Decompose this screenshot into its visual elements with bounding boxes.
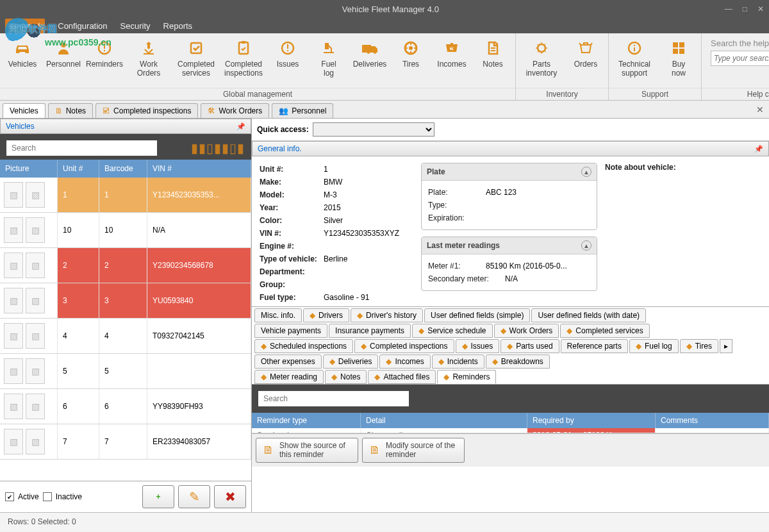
- tires-icon: [401, 38, 420, 58]
- minimize-icon[interactable]: —: [725, 4, 732, 13]
- menu-reports[interactable]: Reports: [163, 21, 193, 31]
- ribbon-tires[interactable]: Tires: [391, 37, 431, 87]
- subtab-driver-s-history[interactable]: ◆Driver's history: [351, 308, 423, 322]
- ribbon-notes[interactable]: Notes: [473, 37, 513, 87]
- ribbon-issues[interactable]: Issues: [268, 37, 308, 87]
- reminder-row[interactable]: Service due Change oil 2018-05-21 or 851…: [252, 428, 769, 433]
- tab-icon: ◆: [566, 326, 572, 335]
- vehicles-panel-title: Vehicles: [6, 122, 35, 131]
- ribbon-parts-inventory[interactable]: Partsinventory: [518, 37, 565, 87]
- ribbon-completed-inspections[interactable]: Completedinspections: [220, 37, 267, 87]
- subtab-attached-files[interactable]: ◆Attached files: [368, 370, 436, 384]
- subtab-breakdowns[interactable]: ◆Breakdowns: [486, 354, 550, 369]
- pin-icon[interactable]: 📌: [754, 145, 763, 153]
- help-search-input[interactable]: [711, 51, 769, 66]
- tab-notes[interactable]: 🗎Notes: [48, 103, 93, 118]
- ribbon-incomes[interactable]: $Incomes: [432, 37, 472, 87]
- subtab-meter-reading[interactable]: ◆Meter reading: [254, 370, 324, 384]
- completed-services-icon: [186, 38, 206, 58]
- table-row[interactable]: ▧▧ 3 3 YU0593840: [0, 283, 251, 319]
- subtab-service-schedule[interactable]: ◆Service schedule: [412, 324, 492, 338]
- subtab-work-orders[interactable]: ◆Work Orders: [494, 324, 559, 338]
- close-icon[interactable]: ✕: [757, 4, 764, 13]
- menu-configuration[interactable]: Configuration: [58, 21, 107, 31]
- subtab-deliveries[interactable]: ◆Deliveries: [323, 354, 379, 369]
- subtab-tires[interactable]: ◆Tires: [680, 339, 718, 353]
- meter-card: Last meter readings▲ Meter #1:85190 Km (…: [421, 237, 597, 291]
- collapse-icon[interactable]: ▲: [581, 240, 591, 251]
- reminders-search-input[interactable]: [258, 391, 409, 406]
- edit-button[interactable]: ✎: [178, 485, 210, 508]
- menu-security[interactable]: Security: [120, 21, 151, 31]
- ribbon-technical-support[interactable]: Technicalsupport: [611, 37, 657, 87]
- tab-work-orders[interactable]: 🛠Work Orders: [201, 103, 269, 118]
- tab-personnel[interactable]: 👥Personnel: [272, 103, 333, 118]
- vehicles-search-input[interactable]: [6, 140, 157, 156]
- thumbnail-icon: ▧: [4, 288, 23, 313]
- thumbnail-icon: ▧: [4, 182, 23, 208]
- document-icon: 🗎: [263, 442, 274, 458]
- ribbon-completed-services[interactable]: Completedservices: [173, 37, 219, 87]
- delete-button[interactable]: ✖: [214, 485, 246, 508]
- show-source-button[interactable]: 🗎 Show the source of this reminder: [256, 438, 358, 463]
- quick-access-select[interactable]: [313, 122, 434, 137]
- tab-icon: ◆: [636, 342, 641, 351]
- svg-rect-8: [324, 52, 334, 53]
- help-search-label: Search the help center: [711, 38, 769, 48]
- subtab-reference-parts[interactable]: Reference parts: [561, 339, 628, 353]
- table-row[interactable]: ▧▧ 6 6 YY98390FH93: [0, 389, 251, 424]
- add-button[interactable]: +: [142, 485, 174, 508]
- subtab-notes[interactable]: ◆Notes: [325, 370, 367, 384]
- deliveries-icon: [360, 38, 379, 58]
- tab-vehicles[interactable]: Vehicles: [3, 103, 45, 118]
- vehicles-panel: Vehicles📌 ▮▮▯▮▮▯▮ Picture Unit # Barcode…: [0, 119, 252, 512]
- tab-icon: ◆: [500, 326, 506, 335]
- ribbon-fuel-log[interactable]: Fuellog: [309, 37, 349, 87]
- ribbon-deliveries[interactable]: Deliveries: [350, 37, 390, 87]
- subtab-overflow-icon[interactable]: ▸: [720, 339, 732, 353]
- window-title: Vehicle Fleet Manager 4.0: [56, 4, 725, 14]
- tabs-close-icon[interactable]: ✕: [756, 104, 764, 115]
- subtab-parts-used[interactable]: ◆Parts used: [500, 339, 559, 353]
- ribbon-vehicles[interactable]: Vehicles: [3, 37, 42, 87]
- pin-icon[interactable]: 📌: [236, 122, 245, 131]
- ribbon-orders[interactable]: Orders: [566, 37, 606, 87]
- subtab-completed-inspections[interactable]: ◆Completed inspections: [354, 339, 454, 353]
- subtab-issues[interactable]: ◆Issues: [456, 339, 500, 353]
- table-row[interactable]: ▧▧ 5 5: [0, 354, 251, 389]
- table-row[interactable]: ▧▧ 2 2 Y2390234568678: [0, 248, 251, 283]
- buy-now-icon: [669, 38, 688, 58]
- subtab-vehicle-payments[interactable]: Vehicle payments: [254, 324, 327, 338]
- subtab-scheduled-inspections[interactable]: ◆Scheduled inspections: [254, 339, 353, 353]
- subtab-reminders[interactable]: ◆Reminders: [437, 370, 496, 384]
- tab-completed-inspections[interactable]: 🗹Completed inspections: [95, 103, 198, 118]
- ribbon-group-global: Global management: [0, 88, 515, 100]
- subtab-other-expenses[interactable]: Other expenses: [254, 354, 322, 369]
- subtab-completed-services[interactable]: ◆Completed services: [560, 324, 649, 338]
- subtab-drivers[interactable]: ◆Drivers: [303, 308, 349, 322]
- subtab-misc-info-[interactable]: Misc. info.: [254, 308, 302, 322]
- subtab-user-defined-fields-with-date-[interactable]: User defined fields (with date): [531, 308, 646, 322]
- subtab-fuel-log[interactable]: ◆Fuel log: [629, 339, 679, 353]
- maximize-icon[interactable]: □: [743, 4, 747, 13]
- barcode-icon[interactable]: ▮▮▯▮▮▯▮: [191, 140, 245, 156]
- ribbon-buy-now[interactable]: Buynow: [659, 37, 699, 87]
- subtab-incidents[interactable]: ◆Incidents: [432, 354, 484, 369]
- subtab-incomes[interactable]: ◆Incomes: [379, 354, 430, 369]
- subtab-insurance-payments[interactable]: Insurance payments: [329, 324, 411, 338]
- subtab-user-defined-fields-simple-[interactable]: User defined fields (simple): [424, 308, 530, 322]
- thumbnail-icon: ▧: [26, 323, 45, 349]
- modify-source-button[interactable]: 🗎 Modify source of the reminder: [362, 438, 465, 463]
- table-row[interactable]: ▧▧ 10 10 N/A: [0, 213, 251, 248]
- active-checkbox[interactable]: ✔: [5, 492, 14, 501]
- personnel-icon: [54, 38, 73, 58]
- table-row[interactable]: ▧▧ 4 4 T09327042145: [0, 319, 251, 354]
- ribbon-reminders[interactable]: Reminders: [85, 37, 124, 87]
- menu-general[interactable]: General: [5, 19, 45, 33]
- inactive-checkbox[interactable]: [43, 492, 52, 501]
- table-row[interactable]: ▧▧ 1 1 Y1234523035353...: [0, 178, 251, 213]
- ribbon-personnel[interactable]: Personnel: [44, 37, 83, 87]
- table-row[interactable]: ▧▧ 7 7 ER23394083057: [0, 424, 251, 460]
- ribbon-work-orders[interactable]: WorkOrders: [126, 37, 172, 87]
- collapse-icon[interactable]: ▲: [581, 167, 591, 177]
